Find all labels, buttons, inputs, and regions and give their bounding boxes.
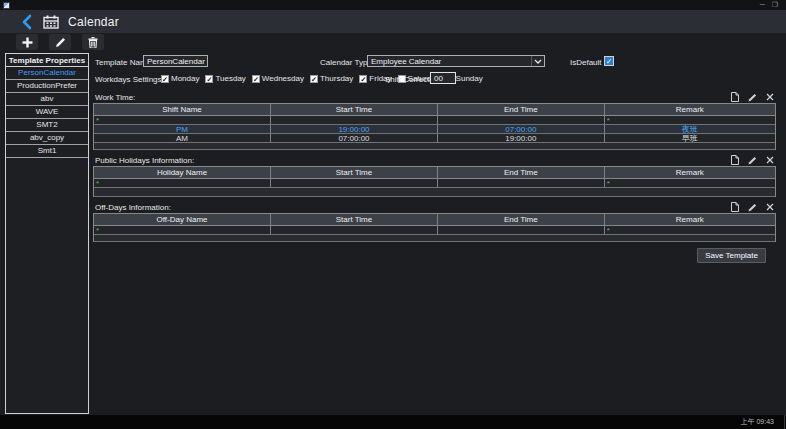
chevron-down-icon: [531, 56, 544, 66]
tuesday-checkbox[interactable]: ✓: [205, 75, 213, 83]
new-record-icon[interactable]: [731, 92, 739, 102]
new-row-marker: *: [96, 226, 99, 235]
taskbar-clock[interactable]: 上午 09:43: [741, 417, 784, 427]
public-holidays-label: Public Holidays Information:: [95, 156, 194, 165]
shift-correctness-input[interactable]: 00: [430, 72, 456, 84]
calendar-type-value: Employee Calendar: [371, 57, 441, 66]
monday-checkbox[interactable]: ✓: [161, 75, 169, 83]
chevron-left-icon: [21, 14, 32, 30]
off-days-header-row: Off-Day Name Start Time End Time Remark: [94, 214, 775, 226]
calendar-type-label: Calendar Type:: [320, 58, 374, 67]
off-days-table: Off-Day Name Start Time End Time Remark …: [93, 213, 776, 242]
column-header[interactable]: Shift Name: [94, 104, 271, 116]
app-icon: [3, 2, 10, 9]
toolbar: [16, 34, 104, 50]
sidebar-item-abv-copy[interactable]: abv_copy: [6, 132, 88, 145]
workday-wednesday[interactable]: ✓Wednesday: [252, 74, 304, 83]
table-new-row[interactable]: * *: [94, 179, 775, 188]
new-row-marker: *: [96, 179, 99, 188]
add-template-button[interactable]: [16, 34, 38, 50]
table-row[interactable]: PM 19:00:00 07:00:00 夜班: [94, 125, 775, 134]
trash-icon: [88, 37, 98, 48]
new-row-marker: *: [607, 179, 610, 188]
new-record-icon[interactable]: [731, 155, 739, 165]
template-list-panel: Template Properties PersonCalendar Produ…: [5, 53, 89, 414]
work-time-header-row: Shift Name Start Time End Time Remark: [94, 104, 775, 116]
delete-template-button[interactable]: [82, 34, 104, 50]
x-icon[interactable]: [766, 156, 774, 164]
column-header[interactable]: Start Time: [271, 167, 438, 179]
pencil-icon[interactable]: [748, 203, 757, 212]
new-row-marker: *: [96, 116, 99, 125]
minimize-button[interactable]: ─: [760, 0, 765, 10]
back-button[interactable]: [18, 13, 34, 31]
workdays-settings-label: Workdays Settings:: [95, 75, 164, 84]
column-header[interactable]: Start Time: [271, 214, 438, 226]
new-row-marker: *: [607, 226, 610, 235]
isdefault-checkbox[interactable]: ✓: [604, 56, 614, 66]
column-header[interactable]: Start Time: [271, 104, 438, 116]
public-holidays-header-row: Holiday Name Start Time End Time Remark: [94, 167, 775, 179]
table-new-row[interactable]: * *: [94, 226, 775, 235]
sidebar-item-personcalendar[interactable]: PersonCalendar: [6, 67, 88, 80]
column-header[interactable]: End Time: [438, 167, 605, 179]
table-new-row[interactable]: * *: [94, 116, 775, 125]
main-content: Template Name: PersonCalendar Calendar T…: [93, 52, 776, 263]
template-list-header: Template Properties: [6, 54, 88, 67]
isdefault-label: IsDefault: [570, 58, 602, 67]
work-time-table: Shift Name Start Time End Time Remark * …: [93, 103, 776, 150]
page-title: Calendar: [68, 15, 119, 29]
sidebar-item-wave[interactable]: WAVE: [6, 106, 88, 119]
public-holidays-table: Holiday Name Start Time End Time Remark …: [93, 166, 776, 197]
calendar-icon: [43, 15, 59, 29]
thursday-checkbox[interactable]: ✓: [310, 75, 318, 83]
friday-checkbox[interactable]: ✓: [359, 75, 367, 83]
workday-thursday[interactable]: ✓Thursday: [310, 74, 353, 83]
sidebar-item-abv[interactable]: abv: [6, 93, 88, 106]
save-template-button[interactable]: Save Template: [697, 248, 766, 263]
window-titlebar: ─ ❐: [0, 0, 786, 10]
x-icon[interactable]: [766, 203, 774, 211]
calendar-type-select[interactable]: Employee Calendar: [367, 55, 545, 67]
table-empty-area: [94, 143, 775, 150]
new-row-marker: *: [607, 116, 610, 125]
column-header[interactable]: Remark: [605, 104, 775, 116]
pencil-icon: [55, 37, 66, 48]
column-header[interactable]: Remark: [605, 167, 775, 179]
maximize-button[interactable]: ❐: [772, 0, 778, 10]
x-icon[interactable]: [766, 93, 774, 101]
off-days-section-header: Off-Days Information:: [93, 201, 776, 213]
workday-tuesday[interactable]: ✓Tuesday: [205, 74, 245, 83]
edit-template-button[interactable]: [49, 34, 71, 50]
column-header[interactable]: Remark: [605, 214, 775, 226]
work-time-label: Work Time:: [95, 93, 135, 102]
os-taskbar[interactable]: 上午 09:43: [0, 415, 786, 429]
column-header[interactable]: End Time: [438, 104, 605, 116]
table-empty-area: [94, 188, 775, 197]
template-name-input[interactable]: PersonCalendar: [143, 55, 208, 67]
column-header[interactable]: Off-Day Name: [94, 214, 271, 226]
pencil-icon[interactable]: [748, 93, 757, 102]
workday-monday[interactable]: ✓Monday: [161, 74, 199, 83]
plus-icon: [22, 37, 33, 48]
column-header[interactable]: End Time: [438, 214, 605, 226]
page-header: Calendar: [0, 10, 786, 33]
sidebar-item-smt2[interactable]: SMT2: [6, 119, 88, 132]
work-time-section-header: Work Time:: [93, 91, 776, 103]
sidebar-item-smt1[interactable]: Smt1: [6, 145, 88, 158]
public-holidays-section-header: Public Holidays Information:: [93, 154, 776, 166]
column-header[interactable]: Holiday Name: [94, 167, 271, 179]
table-empty-area: [94, 235, 775, 242]
sidebar-item-productionprefer[interactable]: ProductionPrefer: [6, 80, 88, 93]
wednesday-checkbox[interactable]: ✓: [252, 75, 260, 83]
off-days-label: Off-Days Information:: [95, 203, 171, 212]
table-row[interactable]: AM 07:00:00 19:00:00 早班: [94, 134, 775, 143]
pencil-icon[interactable]: [748, 156, 757, 165]
new-record-icon[interactable]: [731, 202, 739, 212]
